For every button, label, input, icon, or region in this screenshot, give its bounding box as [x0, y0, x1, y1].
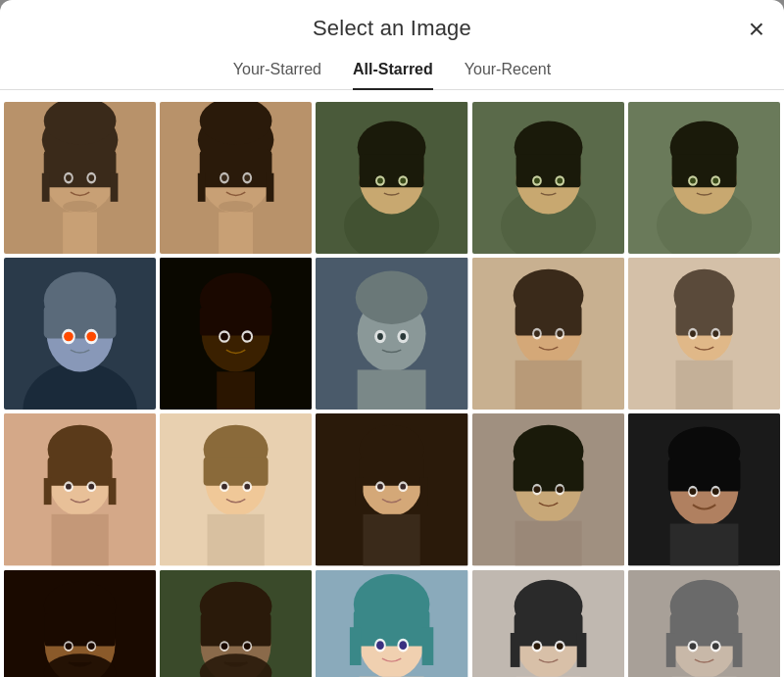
svg-rect-80 [358, 370, 426, 411]
svg-point-70 [244, 333, 252, 341]
svg-point-111 [88, 484, 94, 490]
close-button[interactable]: × [745, 12, 768, 47]
svg-point-79 [401, 333, 407, 340]
svg-rect-107 [109, 478, 117, 505]
svg-point-152 [689, 489, 696, 496]
svg-rect-194 [510, 633, 519, 667]
svg-rect-90 [514, 361, 581, 410]
tabs-bar: Your-StarredAll-StarredYour-Recent [0, 53, 784, 90]
svg-rect-206 [666, 633, 676, 667]
svg-rect-25 [219, 213, 253, 255]
svg-point-60 [64, 332, 74, 342]
tab-your-recent[interactable]: Your-Recent [465, 61, 551, 90]
svg-rect-48 [671, 154, 736, 187]
svg-point-78 [377, 333, 383, 340]
grid-item-r3c2[interactable] [160, 413, 312, 565]
svg-point-187 [400, 641, 408, 650]
svg-rect-39 [515, 154, 580, 187]
grid-item-r4c4[interactable] [472, 570, 624, 677]
svg-point-42 [534, 178, 540, 184]
svg-rect-95 [675, 306, 732, 336]
svg-point-120 [221, 484, 227, 490]
svg-rect-17 [200, 150, 272, 188]
svg-rect-205 [669, 613, 738, 646]
svg-point-34 [401, 178, 407, 184]
svg-point-142 [533, 487, 540, 494]
grid-item-r2c2[interactable] [160, 258, 312, 410]
svg-rect-144 [514, 521, 581, 566]
svg-point-89 [557, 330, 563, 337]
grid-item-r2c3[interactable] [316, 258, 467, 410]
svg-rect-71 [217, 372, 255, 411]
svg-rect-183 [422, 627, 434, 665]
svg-rect-12 [63, 213, 97, 255]
svg-rect-159 [45, 613, 116, 646]
svg-point-61 [86, 332, 96, 342]
svg-point-121 [245, 484, 251, 490]
svg-point-99 [712, 330, 718, 337]
svg-rect-129 [420, 478, 428, 505]
svg-rect-100 [675, 361, 732, 410]
svg-point-186 [376, 641, 384, 650]
svg-rect-181 [354, 609, 430, 646]
grid-item-r4c1[interactable] [4, 570, 156, 677]
svg-point-51 [690, 178, 696, 184]
svg-rect-193 [514, 613, 582, 646]
svg-point-199 [556, 643, 563, 650]
tab-your-starred[interactable]: Your-Starred [233, 61, 321, 90]
svg-point-175 [244, 643, 251, 650]
svg-rect-170 [201, 613, 271, 646]
svg-rect-4 [44, 149, 117, 187]
grid-item-r1c4[interactable] [472, 102, 624, 254]
grid-item-r3c3[interactable] [316, 413, 467, 565]
svg-point-110 [66, 484, 72, 490]
svg-rect-207 [732, 633, 742, 667]
svg-rect-122 [208, 514, 265, 565]
grid-item-r1c2[interactable] [160, 102, 312, 254]
grid-item-r4c2[interactable] [160, 570, 312, 677]
svg-point-33 [377, 178, 383, 184]
select-image-modal: Select an Image × Your-StarredAll-Starre… [0, 0, 784, 677]
svg-point-69 [220, 333, 228, 341]
grid-item-r2c4[interactable] [472, 258, 624, 410]
grid-item-r2c5[interactable] [628, 258, 780, 410]
svg-point-174 [221, 643, 228, 650]
svg-point-24 [219, 201, 253, 213]
svg-point-23 [245, 174, 251, 181]
svg-rect-85 [514, 306, 581, 336]
svg-rect-6 [111, 173, 119, 202]
grid-item-r3c4[interactable] [472, 413, 624, 565]
svg-rect-112 [51, 514, 108, 565]
svg-point-98 [690, 330, 696, 337]
grid-item-r1c1[interactable] [4, 102, 156, 254]
svg-rect-139 [513, 459, 583, 492]
svg-rect-106 [44, 478, 52, 505]
svg-point-210 [689, 643, 696, 650]
svg-rect-5 [42, 173, 50, 202]
svg-point-211 [712, 643, 719, 650]
image-grid [0, 102, 784, 677]
svg-rect-149 [668, 459, 741, 492]
svg-rect-134 [364, 514, 420, 565]
svg-rect-154 [669, 524, 738, 566]
svg-point-10 [88, 174, 94, 181]
svg-rect-117 [204, 458, 269, 486]
svg-rect-19 [267, 173, 274, 202]
svg-rect-57 [44, 306, 117, 339]
grid-item-r1c5[interactable] [628, 102, 780, 254]
svg-rect-105 [48, 458, 113, 486]
grid-item-r4c3[interactable] [316, 570, 467, 677]
grid-item-r3c5[interactable] [628, 413, 780, 565]
grid-item-r1c3[interactable] [316, 102, 467, 254]
tab-all-starred[interactable]: All-Starred [353, 61, 433, 90]
svg-rect-30 [360, 154, 424, 187]
svg-rect-66 [200, 308, 272, 336]
modal-title: Select an Image [313, 16, 471, 40]
svg-point-52 [712, 178, 718, 184]
svg-point-198 [533, 643, 540, 650]
grid-item-r3c1[interactable] [4, 413, 156, 565]
grid-item-r2c1[interactable] [4, 258, 156, 410]
svg-point-132 [377, 484, 383, 490]
svg-point-164 [88, 643, 95, 650]
grid-item-r4c5[interactable] [628, 570, 780, 677]
